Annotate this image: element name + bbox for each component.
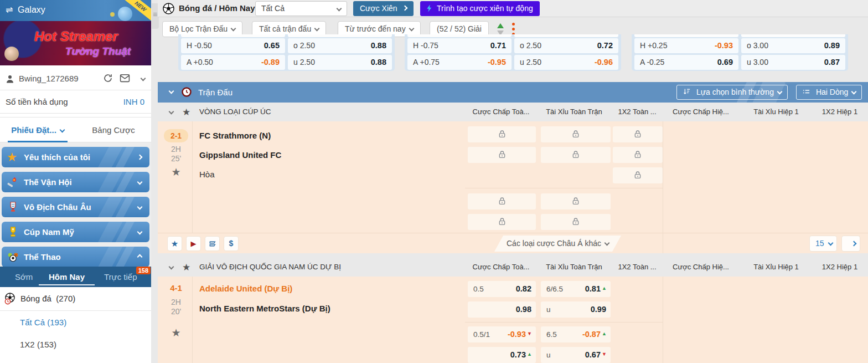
match-row: 2-1 2H 25' ★ FC Strathmore (N) Gippsland… [158, 121, 868, 253]
sidebar-item-label: Cúp Nam Mỹ [24, 222, 74, 242]
live-stream-button[interactable]: ▶ [186, 236, 201, 251]
odds-cell-locked[interactable] [468, 147, 536, 163]
section-title: Trận Đấu [198, 88, 232, 97]
parlay-button[interactable]: Cược Xiên [353, 1, 414, 16]
market-select[interactable]: Tất Cả [255, 1, 347, 16]
sidebar: ⇌ Galaxy NEW Hot Streamer Tường Thuật Bw… [0, 0, 151, 363]
odds-cell[interactable]: u 3.000.87 [741, 55, 845, 70]
odds-cell[interactable]: 0.5 0.82 [468, 281, 536, 297]
odds-cell-locked[interactable] [541, 214, 611, 230]
lock-icon [498, 197, 507, 206]
odds-cell[interactable]: o 2.500.72 [514, 38, 618, 53]
lock-icon [633, 171, 642, 180]
lock-icon [633, 150, 642, 159]
odds-cell-locked[interactable] [541, 147, 611, 163]
trend-arrow-icon: ▲ [602, 285, 607, 291]
match-row: 4-1 2H 20' ★ Adelaide United (Dự Bị) Nor… [158, 277, 868, 363]
favorite-star-icon[interactable]: ★ [164, 166, 188, 178]
sidebar-item-label: Yêu thích của tôi [24, 147, 90, 167]
favorite-star-icon[interactable]: ★ [182, 106, 190, 118]
odds-cell[interactable]: 6.5 -0.87 ▲ [541, 326, 611, 342]
sidebar-item-olympics[interactable]: Thế Vận Hội [2, 172, 149, 192]
account-chevron-icon[interactable] [141, 76, 146, 81]
odds-cell[interactable]: 0.73 ▲ [468, 347, 536, 363]
chevron-down-icon [137, 229, 143, 235]
column-header: Tài Xỉu Hiệp 1 [738, 263, 814, 271]
page-size-select[interactable]: 15 [809, 236, 837, 252]
mail-icon[interactable] [120, 74, 130, 83]
tab-live[interactable]: Trực tiếp [104, 267, 137, 287]
sort-mode-button[interactable]: Lựa chọn bình thường [676, 85, 788, 100]
match-minute: 20' [164, 307, 188, 316]
odds-cell-locked[interactable] [613, 147, 663, 163]
collapse-chevron-icon[interactable] [169, 89, 174, 94]
chevron-down-icon [604, 241, 610, 246]
sidebar-item-euro[interactable]: Vô Địch Châu Âu [2, 197, 149, 217]
chevron-right-icon [851, 241, 857, 247]
column-header: Cược Chấp Toà... [465, 108, 537, 116]
odds-cell[interactable]: 0.98 [468, 301, 536, 318]
odds-cell[interactable]: A -0.250.69 [634, 55, 738, 70]
odds-cell[interactable]: A +0.75-0.95 [407, 55, 512, 70]
sidebar-item-sports[interactable]: Thể Thao [2, 247, 149, 267]
promo-banner[interactable]: Hot Streamer Tường Thuật [0, 21, 151, 65]
next-page-button[interactable] [841, 236, 860, 252]
odds-cell-locked[interactable] [613, 167, 663, 183]
balance-row: Số tiền khả dụng INH 0 [0, 90, 151, 114]
more-asian-bets-dropdown[interactable]: Các loại cược Châu Á khác [494, 236, 621, 252]
banner-title: Hot Streamer [34, 29, 118, 44]
sidebar-item-copa[interactable]: Cúp Nam Mỹ [2, 222, 149, 242]
odds-cell[interactable]: 6/6.5 0.81 ▲ [541, 281, 611, 297]
odds-cell[interactable]: o 2.500.88 [288, 38, 392, 53]
odds-cell[interactable]: u 2.500.88 [288, 55, 392, 70]
odds-cell-locked[interactable] [541, 193, 611, 209]
favorite-star-icon[interactable]: ★ [182, 262, 190, 273]
column-header: 1X2 Toàn ... [611, 108, 663, 116]
collapse-chevron-icon[interactable] [169, 264, 174, 270]
odds-cell-locked[interactable] [468, 214, 536, 230]
sidebar-item-all[interactable]: Tất Cả (193) [20, 318, 66, 327]
trend-arrow-icon: ▼ [602, 351, 607, 357]
odds-cell-locked[interactable] [541, 126, 611, 142]
column-header: Cược Chấp Hiệ... [664, 263, 737, 271]
clock-icon [181, 86, 192, 98]
sidebar-menu: ★ Yêu thích của tôi Thế Vận Hội Vô Địch … [0, 142, 151, 267]
odds-cell[interactable]: H +0.25-0.93 [634, 38, 738, 53]
tab-bet-slip[interactable]: Phiếu Đặt... [0, 117, 75, 142]
sidebar-item-favorites[interactable]: ★ Yêu thích của tôi [2, 147, 149, 167]
sort-lines-icon [683, 88, 691, 96]
bench-markets-button[interactable] [205, 236, 220, 251]
odds-cell[interactable]: o 3.000.89 [741, 38, 845, 53]
odds-cell-locked[interactable] [613, 126, 663, 142]
odds-cell[interactable]: u 0.99 [541, 301, 611, 318]
time-filter-bar: Sớm Hôm Nay Trực tiếp 158 [0, 267, 151, 287]
odds-cell[interactable]: H -0.500.65 [181, 38, 285, 53]
favorite-button[interactable]: ★ [167, 236, 182, 251]
odds-cell[interactable]: 0.5/1 -0.93 ▼ [468, 326, 536, 342]
sidebar-item-football[interactable]: Bóng đá (270) [0, 287, 151, 311]
auto-parlay-button[interactable]: Trình tạo cược xiên tự động [420, 1, 540, 16]
odds-cell-locked[interactable] [468, 126, 536, 142]
balance-label: Số tiền khả dụng [6, 97, 68, 106]
refresh-icon[interactable] [103, 73, 113, 83]
odds-cell[interactable]: u 2.50-0.96 [514, 55, 618, 70]
lock-icon [571, 130, 580, 139]
collapse-chevron-icon[interactable] [169, 109, 174, 115]
tab-today[interactable]: Hôm Nay [49, 267, 85, 287]
odds-cell[interactable]: H -0.750.71 [407, 38, 512, 53]
line-count-button[interactable]: Hai Dòng [796, 85, 862, 100]
betting-app-screen: ⇌ Galaxy NEW Hot Streamer Tường Thuật Bw… [0, 0, 868, 363]
odds-cell-locked[interactable] [468, 193, 536, 209]
sort-toggle-icon[interactable] [497, 23, 505, 35]
tab-bet-list[interactable]: Bảng Cược [76, 117, 151, 142]
money-markets-button[interactable]: $ [224, 236, 239, 251]
tab-early[interactable]: Sớm [15, 267, 33, 287]
odds-cell[interactable]: A +0.50-0.89 [181, 55, 285, 70]
sidebar-item-label: Thế Vận Hội [24, 172, 72, 192]
odds-cell[interactable]: u 0.67 ▼ [541, 347, 611, 363]
favorite-star-icon[interactable]: ★ [164, 326, 188, 339]
odds-preview-card: H -0.500.65 o 2.500.88 A +0.50-0.89 u 2.… [178, 34, 395, 71]
sidebar-item-1x2[interactable]: 1X2 (153) [20, 340, 56, 349]
chevron-right-icon [402, 6, 407, 11]
brand-header[interactable]: ⇌ Galaxy NEW [0, 0, 151, 21]
